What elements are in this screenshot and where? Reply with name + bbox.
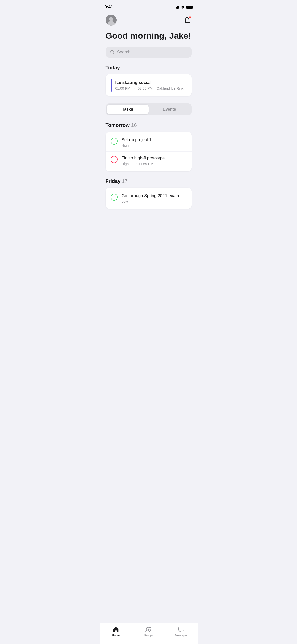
status-icons xyxy=(175,6,193,9)
task-info: Finish high-fi prototype High Due 11.59 … xyxy=(122,156,187,166)
task-title: Go through Spring 2021 exam xyxy=(122,193,187,198)
search-bar[interactable]: Search xyxy=(106,47,192,58)
task-circle-green xyxy=(111,194,118,201)
task-circle-pink xyxy=(111,156,118,163)
event-end-time: 03:00 PM xyxy=(138,86,153,90)
notification-bell[interactable] xyxy=(183,16,192,25)
task-priority: Low xyxy=(122,199,128,203)
greeting-section: Good morning, Jake! xyxy=(100,29,198,47)
task-item[interactable]: Set up project 1 High xyxy=(106,133,192,151)
event-arrow: → xyxy=(132,87,136,90)
event-accent-bar xyxy=(111,79,112,92)
task-title: Set up project 1 xyxy=(122,137,187,142)
event-location: Oakland Ice Rink xyxy=(157,86,184,90)
tasks-tab[interactable]: Tasks xyxy=(107,105,149,114)
task-info: Set up project 1 High xyxy=(122,137,187,147)
wifi-icon xyxy=(181,6,185,9)
friday-section-label: Friday 17 xyxy=(100,178,198,188)
avatar[interactable] xyxy=(106,15,117,26)
task-meta: Low xyxy=(122,199,187,203)
search-icon xyxy=(110,50,115,54)
tomorrow-task-card: Set up project 1 High Finish high-fi pro… xyxy=(106,132,192,171)
task-item[interactable]: Finish high-fi prototype High Due 11.59 … xyxy=(106,151,192,170)
events-tab[interactable]: Events xyxy=(149,105,190,114)
task-item[interactable]: Go through Spring 2021 exam Low xyxy=(106,189,192,207)
event-time: 01:00 PM → 03:00 PM Oakland Ice Rink xyxy=(115,86,187,90)
task-due: Due 11.59 PM xyxy=(131,162,153,166)
task-info: Go through Spring 2021 exam Low xyxy=(122,193,187,203)
event-title: Ice skating social xyxy=(115,80,187,85)
header xyxy=(100,13,198,29)
task-circle-green xyxy=(111,138,118,145)
task-title: Finish high-fi prototype xyxy=(122,156,187,161)
task-priority: High xyxy=(122,162,129,166)
greeting-text: Good morning, Jake! xyxy=(106,31,192,41)
friday-task-card: Go through Spring 2021 exam Low xyxy=(106,188,192,209)
svg-point-1 xyxy=(109,17,113,21)
event-info: Ice skating social 01:00 PM → 03:00 PM O… xyxy=(115,80,187,90)
search-placeholder: Search xyxy=(117,50,131,55)
event-start-time: 01:00 PM xyxy=(115,86,130,90)
today-section-label: Today xyxy=(100,65,198,74)
svg-line-4 xyxy=(113,53,114,54)
signal-icon xyxy=(175,6,179,9)
battery-icon xyxy=(186,6,193,9)
task-meta: High xyxy=(122,143,187,147)
event-card[interactable]: Ice skating social 01:00 PM → 03:00 PM O… xyxy=(106,74,192,96)
status-time: 9:41 xyxy=(105,5,113,10)
notification-dot xyxy=(189,16,191,18)
task-priority: High xyxy=(122,143,129,147)
friday-count: 17 xyxy=(122,178,127,184)
task-meta: High Due 11.59 PM xyxy=(122,162,187,166)
tasks-events-toggle[interactable]: Tasks Events xyxy=(106,103,192,115)
tomorrow-count: 16 xyxy=(131,122,137,128)
tomorrow-section-label: Tomorrow 16 xyxy=(100,122,198,132)
status-bar: 9:41 xyxy=(100,0,198,13)
